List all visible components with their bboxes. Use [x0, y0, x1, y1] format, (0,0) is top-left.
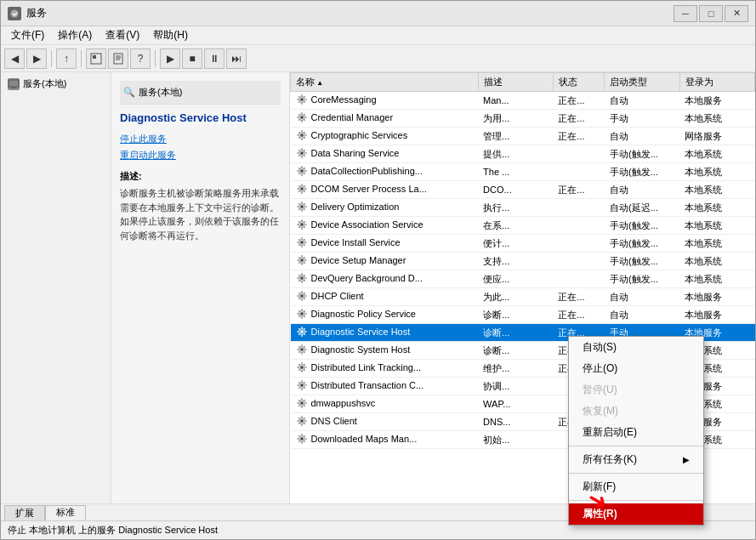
cell-desc: 为此... — [478, 288, 553, 306]
table-row[interactable]: DCOM Server Process La... DCO... 正在... 自… — [291, 181, 755, 199]
help-btn[interactable]: ? — [130, 48, 151, 69]
ctx-auto[interactable]: 自动(S) — [569, 337, 703, 358]
restart-button[interactable]: ⏭ — [226, 48, 247, 69]
stop-service-link[interactable]: 停止此服务 — [120, 133, 281, 145]
up-button[interactable]: ↑ — [56, 48, 77, 69]
cell-name: Distributed Transaction C... — [291, 378, 479, 395]
table-row[interactable]: Device Install Service 便计... 手动(触发... 本地… — [291, 235, 755, 253]
cell-startup: 自动 — [605, 181, 679, 199]
menu-help[interactable]: 帮助(H) — [146, 26, 195, 44]
ctx-sep-2 — [569, 473, 703, 474]
cell-desc: 执行... — [478, 199, 553, 217]
window-title: 服务 — [26, 6, 674, 20]
cell-status — [553, 217, 605, 235]
properties-btn[interactable] — [108, 48, 128, 69]
pause-button[interactable]: ⏸ — [204, 48, 225, 69]
table-row[interactable]: CoreMessaging Man... 正在... 自动 本地服务 — [291, 92, 755, 110]
maximize-button[interactable]: □ — [699, 5, 723, 22]
table-row[interactable]: Cryptographic Services 管理... 正在... 自动 网络… — [291, 128, 755, 145]
table-row[interactable]: Data Sharing Service 提供... 手动(触发... 本地系统 — [291, 145, 755, 163]
cell-desc: 初始... — [478, 431, 553, 449]
cell-desc: 维护... — [478, 360, 553, 378]
table-row[interactable]: DHCP Client 为此... 正在... 自动 本地服务 — [291, 288, 755, 306]
cell-desc: 诊断... — [478, 324, 553, 342]
cell-startup: 手动 — [605, 110, 679, 128]
cell-login: 本地系统 — [679, 235, 754, 253]
col-header-status[interactable]: 状态 — [553, 73, 605, 92]
col-header-name[interactable]: 名称 — [291, 73, 479, 92]
svg-point-44 — [300, 401, 304, 405]
toolbar-sep-3 — [155, 50, 156, 67]
cell-startup: 手动(触发... — [605, 217, 679, 235]
cell-status — [553, 253, 605, 270]
service-icon-row: Device Setup Manager — [296, 254, 406, 266]
ctx-restart[interactable]: 重新启动(E) — [569, 422, 703, 443]
cell-desc: WAP... — [478, 395, 553, 413]
menu-file[interactable]: 文件(F) — [4, 26, 51, 44]
submenu-arrow: ▶ — [683, 455, 690, 464]
close-button[interactable]: ✕ — [725, 5, 748, 22]
tab-standard[interactable]: 标准 — [45, 505, 86, 520]
tab-bar: 扩展 标准 — [1, 504, 89, 521]
col-header-startup[interactable]: 启动类型 — [605, 73, 679, 92]
cell-name: Device Install Service — [291, 235, 479, 253]
ctx-stop[interactable]: 停止(O) — [569, 358, 703, 379]
desc-text: 诊断服务主机被诊断策略服务用来承载需要在本地服务上下文中运行的诊断。如果停止该服… — [120, 186, 281, 242]
cell-startup: 手动(触发... — [605, 163, 679, 181]
cell-startup: 自动 — [605, 288, 679, 306]
cell-name: Cryptographic Services — [291, 128, 479, 145]
cell-desc: 便计... — [478, 235, 553, 253]
cell-login: 本地系统 — [679, 110, 754, 128]
toolbar-sep-2 — [81, 50, 82, 67]
cell-name: Diagnostic Policy Service — [291, 306, 479, 324]
table-row[interactable]: DevQuery Background D... 便应... 手动(触发... … — [291, 270, 755, 288]
cell-status: 正在... — [553, 288, 605, 306]
cell-desc: Man... — [478, 92, 553, 110]
window-icon — [8, 7, 21, 20]
cell-desc: 诊断... — [478, 342, 553, 360]
sidebar-item-local[interactable]: 服务(本地) — [4, 76, 107, 92]
svg-point-34 — [300, 312, 304, 315]
service-icon-row: DataCollectionPublishing... — [296, 165, 423, 177]
restart-service-link[interactable]: 重启动此服务 — [120, 149, 281, 162]
table-row[interactable]: Credential Manager 为用... 正在... 手动 本地系统 — [291, 110, 755, 128]
menu-view[interactable]: 查看(V) — [99, 26, 146, 44]
detail-header-label: 服务(本地) — [139, 86, 182, 99]
svg-point-18 — [300, 169, 304, 173]
show-hide-button[interactable] — [86, 48, 106, 69]
cell-startup: 手动(触发... — [605, 270, 679, 288]
col-header-login[interactable]: 登录为 — [679, 73, 754, 92]
title-bar: 服务 ─ □ ✕ — [1, 1, 755, 26]
cell-login: 本地系统 — [679, 145, 754, 163]
svg-point-48 — [300, 437, 304, 441]
cell-desc: 管理... — [478, 128, 553, 145]
table-row[interactable]: Device Association Service 在系... 手动(触发..… — [291, 217, 755, 235]
back-button[interactable]: ◀ — [4, 48, 25, 69]
table-row[interactable]: DataCollectionPublishing... The ... 手动(触… — [291, 163, 755, 181]
play-button[interactable]: ▶ — [160, 48, 180, 69]
cell-login: 本地系统 — [679, 163, 754, 181]
table-row[interactable]: Diagnostic Policy Service 诊断... 正在... 自动… — [291, 306, 755, 324]
ctx-resume[interactable]: 恢复(M) — [569, 401, 703, 422]
forward-button[interactable]: ▶ — [26, 48, 47, 69]
service-icon-row: Cryptographic Services — [296, 129, 408, 141]
svg-point-40 — [300, 366, 304, 369]
table-row[interactable]: Delivery Optimization 执行... 自动(延迟... 本地系… — [291, 199, 755, 217]
service-icon-row: Diagnostic System Host — [296, 344, 411, 355]
service-icon-row: Device Association Service — [296, 219, 423, 230]
cell-name: DataCollectionPublishing... — [291, 163, 479, 181]
ctx-pause[interactable]: 暂停(U) — [569, 379, 703, 401]
cell-name: Distributed Link Tracking... — [291, 360, 479, 378]
svg-point-38 — [300, 348, 304, 351]
table-row[interactable]: Device Setup Manager 支持... 手动(触发... 本地系统 — [291, 253, 755, 270]
service-icon-row: Data Sharing Service — [296, 147, 400, 159]
cell-status: 正在... — [553, 110, 605, 128]
tab-expand[interactable]: 扩展 — [4, 505, 45, 520]
cell-status — [553, 199, 605, 217]
ctx-all-tasks[interactable]: 所有任务(K) ▶ — [569, 449, 703, 470]
cell-startup: 自动 — [605, 128, 679, 145]
col-header-desc[interactable]: 描述 — [478, 73, 553, 92]
minimize-button[interactable]: ─ — [674, 5, 697, 22]
menu-action[interactable]: 操作(A) — [51, 26, 99, 44]
stop-button[interactable]: ■ — [182, 48, 202, 69]
